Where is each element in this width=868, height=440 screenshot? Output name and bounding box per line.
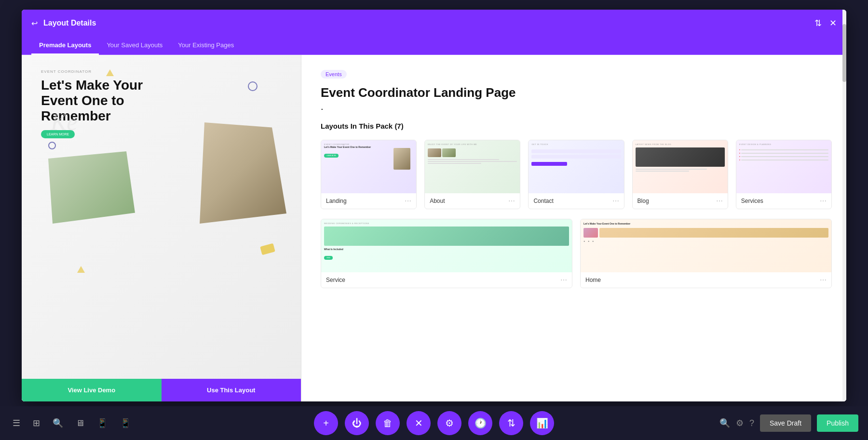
- layout-card-about[interactable]: Enjoy the Event of Your Life with Me: [424, 140, 520, 209]
- thumb-line: [428, 161, 517, 162]
- layouts-header: Layouts In This Pack (7): [321, 122, 832, 130]
- layout-thumbnail-about: Enjoy the Event of Your Life with Me: [425, 140, 520, 193]
- split-icon[interactable]: ⇅: [814, 18, 822, 28]
- circle-decoration-2: [48, 142, 56, 149]
- pack-dot: ·: [321, 103, 832, 114]
- modal-header-right: ⇅ ✕: [814, 18, 837, 28]
- layout-footer-services: Services ⋯: [736, 193, 831, 209]
- history-button[interactable]: 🕐: [468, 411, 492, 435]
- layout-menu-icon-home[interactable]: ⋯: [820, 276, 827, 284]
- scroll-indicator[interactable]: [842, 55, 846, 401]
- preview-mockup: Ke EVENT COORDINATOR Let's Make Your Eve…: [22, 55, 301, 379]
- tab-existing-pages[interactable]: Your Existing Pages: [170, 37, 242, 55]
- modal-close-icon[interactable]: ✕: [829, 18, 837, 28]
- thumb-label-about: Enjoy the Event of Your Life with Me: [428, 143, 517, 146]
- thumb-lines-blog: [636, 169, 725, 172]
- preview-learn-more-btn: LEARN MORE: [41, 130, 75, 138]
- layout-card-landing[interactable]: Event Coordinator Let's Make Your Event …: [321, 140, 417, 209]
- thumb-headline-service: What Is Included: [324, 248, 569, 251]
- thumb-line: [636, 169, 707, 170]
- trash-button[interactable]: 🗑: [376, 411, 400, 435]
- publish-button[interactable]: Publish: [817, 414, 858, 432]
- layout-menu-icon-service[interactable]: ⋯: [560, 276, 567, 284]
- toolbar-right: 🔍 ⚙ ? Save Draft Publish: [719, 414, 858, 432]
- scroll-thumb[interactable]: [842, 55, 846, 82]
- bottom-toolbar: ☰ ⊞ 🔍 🖥 📱 📱 + ⏻ 🗑 ✕ ⚙ 🕐 ⇅ 📊 🔍 ⚙ ? Save D…: [0, 406, 868, 440]
- modal-title: Layout Details: [43, 19, 96, 27]
- save-draft-button[interactable]: Save Draft: [760, 414, 811, 432]
- stats-button[interactable]: 📊: [530, 411, 554, 435]
- content-panel: Events Event Coordinator Landing Page · …: [301, 55, 846, 401]
- thumb-lines-about: [428, 159, 517, 164]
- thumb-content-landing: Event Coordinator Let's Make Your Event …: [324, 143, 413, 190]
- thumb-label-services: Event Design & Planning: [739, 143, 828, 146]
- layout-thumbnail-blog: Latest News from the Blog: [633, 140, 728, 193]
- thumb-label-blog: Latest News from the Blog: [636, 143, 725, 146]
- layout-card-contact[interactable]: Get In Touch Contact ⋯: [528, 140, 624, 209]
- monitor-icon[interactable]: 🖥: [73, 415, 87, 431]
- thumb-btn-landing: LEARN MORE: [324, 154, 339, 158]
- modal-body: Ke EVENT COORDINATOR Let's Make Your Eve…: [22, 55, 846, 401]
- layouts-grid-row2: Wedding Ceremonies & Receptions What Is …: [321, 219, 832, 288]
- layout-menu-icon-services[interactable]: ⋯: [820, 197, 827, 205]
- layout-card-blog[interactable]: Latest News from the Blog Blog ⋯: [632, 140, 728, 209]
- thumb-content-home: Let's Make Your Event One to Remember ● …: [583, 222, 828, 269]
- layout-name-blog: Blog: [637, 198, 649, 204]
- layout-thumbnail-landing: Event Coordinator Let's Make Your Event …: [321, 140, 416, 193]
- thumb-btn-service: VIEW: [324, 256, 333, 260]
- yellow-decoration: [260, 243, 275, 255]
- layout-card-service[interactable]: Wedding Ceremonies & Receptions What Is …: [321, 219, 572, 288]
- settings-icon-right[interactable]: ⚙: [736, 418, 744, 428]
- search-icon-right[interactable]: 🔍: [719, 418, 730, 428]
- thumb-line: [428, 159, 499, 160]
- layout-thumbnail-services: Event Design & Planning ● ● ● ●: [736, 140, 831, 193]
- layout-menu-icon-blog[interactable]: ⋯: [716, 197, 723, 205]
- layout-name-service: Service: [326, 277, 345, 283]
- layout-thumbnail-service: Wedding Ceremonies & Receptions What Is …: [321, 219, 572, 272]
- triangle-decoration-1: [106, 69, 114, 76]
- mobile-icon[interactable]: 📱: [117, 415, 134, 431]
- circle-decoration-1: [248, 81, 258, 91]
- settings-button[interactable]: ⚙: [437, 411, 461, 435]
- thumb-label-service: Wedding Ceremonies & Receptions: [324, 222, 569, 225]
- thumb-line: [636, 171, 689, 172]
- layout-details-modal: ↩ Layout Details ⇅ ✕ Premade Layouts You…: [22, 10, 846, 401]
- view-live-demo-button[interactable]: View Live Demo: [22, 379, 162, 401]
- thumb-content-blog: Latest News from the Blog: [636, 143, 725, 190]
- layout-menu-icon-landing[interactable]: ⋯: [405, 197, 411, 205]
- search-icon[interactable]: 🔍: [50, 415, 66, 431]
- power-button[interactable]: ⏻: [345, 411, 369, 435]
- tab-saved-layouts[interactable]: Your Saved Layouts: [99, 37, 170, 55]
- grid-icon[interactable]: ⊞: [30, 415, 43, 431]
- toolbar-center: + ⏻ 🗑 ✕ ⚙ 🕐 ⇅ 📊: [314, 411, 554, 435]
- adjust-button[interactable]: ⇅: [499, 411, 523, 435]
- layout-card-services[interactable]: Event Design & Planning ● ● ● ● Services…: [736, 140, 832, 209]
- layout-footer-blog: Blog ⋯: [633, 193, 728, 209]
- layout-card-home[interactable]: Let's Make Your Event One to Remember ● …: [580, 219, 832, 288]
- back-icon[interactable]: ↩: [31, 19, 38, 28]
- layout-footer-about: About ⋯: [425, 193, 520, 209]
- layout-thumbnail-home: Let's Make Your Event One to Remember ● …: [581, 219, 831, 272]
- layout-footer-service: Service ⋯: [321, 272, 572, 288]
- toolbar-left: ☰ ⊞ 🔍 🖥 📱 📱: [10, 415, 134, 431]
- thumb-content-services: Event Design & Planning ● ● ● ●: [739, 143, 828, 190]
- tab-premade-layouts[interactable]: Premade Layouts: [31, 37, 99, 55]
- add-button[interactable]: +: [314, 411, 338, 435]
- pack-title: Event Coordinator Landing Page: [321, 85, 832, 100]
- preview-panel: Ke EVENT COORDINATOR Let's Make Your Eve…: [22, 55, 301, 401]
- layout-footer-landing: Landing ⋯: [321, 193, 416, 209]
- hamburger-icon[interactable]: ☰: [10, 415, 23, 431]
- modal-header: ↩ Layout Details ⇅ ✕: [22, 10, 846, 37]
- help-icon[interactable]: ?: [749, 418, 754, 428]
- modal-header-left: ↩ Layout Details: [31, 19, 96, 28]
- preview-photo-1: [190, 122, 286, 224]
- layout-menu-icon-contact[interactable]: ⋯: [612, 197, 619, 205]
- use-this-layout-button[interactable]: Use This Layout: [162, 379, 301, 401]
- tablet-icon[interactable]: 📱: [94, 415, 110, 431]
- category-tag: Events: [321, 70, 347, 79]
- layout-menu-icon-about[interactable]: ⋯: [508, 197, 515, 205]
- thumb-headline-home: Let's Make Your Event One to Remember: [583, 222, 828, 225]
- close-button[interactable]: ✕: [407, 411, 431, 435]
- layout-name-home: Home: [585, 277, 601, 283]
- layout-name-contact: Contact: [533, 198, 553, 204]
